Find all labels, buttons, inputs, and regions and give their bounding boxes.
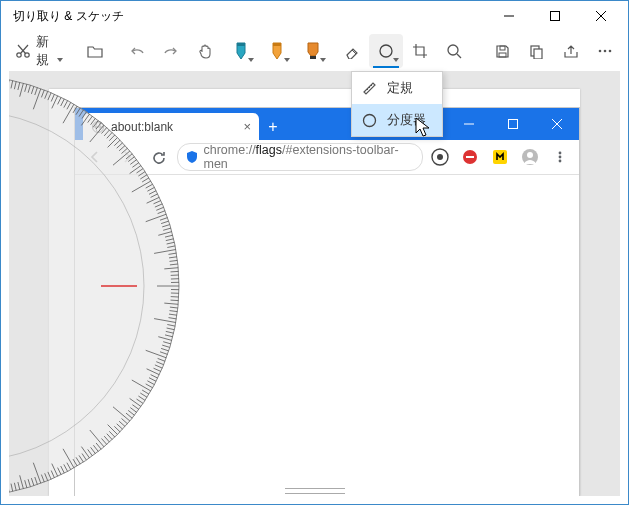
svg-line-105 (45, 473, 48, 480)
svg-line-111 (25, 480, 27, 488)
hand-icon (196, 42, 214, 60)
browser-window: about:blank × + chrome://flags/#extensio… (74, 107, 580, 496)
svg-line-107 (33, 463, 41, 484)
protractor-icon (362, 113, 377, 128)
svg-line-106 (41, 475, 44, 483)
captured-image: about:blank × + chrome://flags/#extensio… (49, 89, 580, 496)
svg-line-129 (41, 90, 44, 98)
window-minimize[interactable] (486, 1, 532, 31)
ruler-option-straight[interactable]: 定規 (352, 72, 442, 104)
svg-line-108 (35, 477, 38, 485)
share-icon (563, 44, 579, 59)
open-file-button[interactable] (78, 34, 112, 68)
highlighter-icon (306, 41, 320, 61)
redo-icon (163, 44, 179, 58)
svg-point-33 (559, 160, 562, 163)
extension-icon-3 (487, 144, 513, 170)
eraser-button[interactable] (335, 34, 369, 68)
svg-line-126 (31, 86, 34, 94)
site-info-icon (186, 150, 198, 164)
save-icon (495, 44, 510, 59)
window-titlebar: 切り取り & スケッチ (1, 1, 628, 31)
ruler-button[interactable] (369, 34, 403, 68)
browser-minimize (447, 108, 491, 140)
scissors-icon (15, 43, 30, 59)
svg-point-9 (380, 45, 392, 57)
zoom-button[interactable] (437, 34, 471, 68)
svg-line-122 (18, 82, 20, 90)
pen-orange-icon (271, 41, 283, 61)
svg-line-113 (18, 482, 20, 490)
svg-line-115 (11, 484, 13, 492)
browser-maximize (491, 108, 535, 140)
svg-rect-6 (237, 43, 245, 46)
window-title: 切り取り & スケッチ (13, 8, 124, 25)
more-button[interactable] (588, 34, 622, 68)
ballpoint-pen-button[interactable] (224, 34, 258, 68)
svg-point-17 (604, 50, 607, 53)
svg-rect-15 (534, 49, 542, 59)
profile-icon (517, 144, 543, 170)
svg-rect-7 (273, 43, 281, 46)
window-maximize[interactable] (532, 1, 578, 31)
crop-icon (412, 43, 428, 59)
app-toolbar: 新規 (1, 31, 628, 71)
share-button[interactable] (554, 34, 588, 68)
browser-close (535, 108, 579, 140)
pen-blue-icon (235, 41, 247, 61)
svg-line-124 (25, 84, 27, 92)
tab-title: about:blank (111, 120, 173, 134)
undo-icon (129, 44, 145, 58)
svg-line-130 (45, 91, 48, 98)
forward-icon (113, 143, 141, 171)
save-button[interactable] (486, 34, 520, 68)
highlighter-button[interactable] (296, 34, 330, 68)
svg-point-18 (609, 50, 612, 53)
svg-point-10 (448, 45, 458, 55)
more-icon (597, 43, 613, 59)
svg-point-30 (527, 152, 533, 158)
svg-point-25 (437, 154, 443, 160)
browser-tab: about:blank × (83, 113, 259, 140)
eraser-icon (344, 43, 360, 59)
touch-writing-button[interactable] (188, 34, 222, 68)
address-bar: chrome://flags/#extensions-toolbar-men (177, 143, 423, 171)
svg-point-199 (364, 114, 376, 126)
magnifier-icon (446, 43, 462, 59)
svg-point-16 (599, 50, 602, 53)
svg-line-11 (457, 54, 461, 58)
svg-rect-8 (310, 56, 316, 59)
copy-icon (529, 44, 544, 59)
svg-line-127 (35, 87, 38, 95)
svg-line-128 (33, 89, 41, 110)
folder-icon (87, 44, 103, 58)
window-close[interactable] (578, 1, 624, 31)
svg-line-109 (31, 478, 34, 486)
svg-line-110 (28, 479, 30, 487)
image-resize-handle[interactable] (285, 488, 345, 494)
svg-line-114 (14, 483, 16, 491)
new-snip-label: 新規 (36, 33, 60, 69)
svg-line-120 (11, 81, 13, 89)
reload-icon (145, 143, 173, 171)
svg-point-32 (559, 156, 562, 159)
mouse-cursor (415, 117, 431, 139)
svg-rect-1 (551, 12, 560, 21)
copy-button[interactable] (520, 34, 554, 68)
svg-line-125 (28, 85, 30, 93)
pencil-button[interactable] (260, 34, 294, 68)
canvas-area[interactable]: about:blank × + chrome://flags/#extensio… (9, 71, 620, 496)
new-snip-button[interactable]: 新規 (7, 34, 67, 68)
svg-point-31 (559, 152, 562, 155)
extension-icon-1 (427, 144, 453, 170)
svg-line-123 (20, 83, 24, 97)
crop-button[interactable] (403, 34, 437, 68)
redo-button[interactable] (154, 34, 188, 68)
extension-icon-2 (457, 144, 483, 170)
back-icon (81, 143, 109, 171)
circle-icon (378, 43, 394, 59)
globe-icon (91, 120, 105, 134)
svg-line-112 (20, 475, 24, 489)
undo-button[interactable] (120, 34, 154, 68)
svg-line-121 (14, 81, 16, 89)
